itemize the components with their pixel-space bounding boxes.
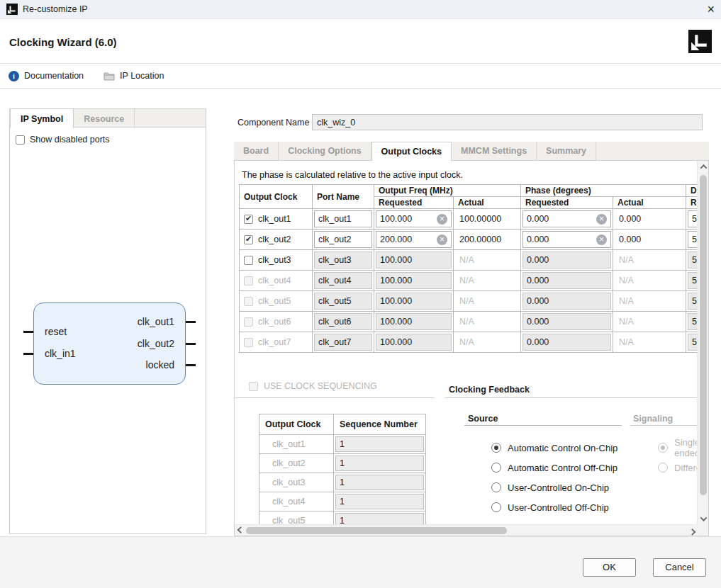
clk-out4-port-name-input: clk_out4 (314, 272, 372, 289)
clk-out4-phase-actual: N/A (613, 276, 686, 285)
tab-ip-symbol[interactable]: IP Symbol (10, 108, 74, 128)
clk-out6-checkbox (244, 317, 253, 327)
horizontal-scrollbar-thumb[interactable] (246, 527, 507, 534)
table-row: clk_out2 clk_out2 200.000× 200.00000 0.0… (240, 230, 698, 250)
port-label-clk-out1: clk_out1 (138, 316, 174, 327)
clk-out2-duty-requested-input[interactable]: 50.000 (688, 231, 698, 248)
tab-clocking-options[interactable]: Clocking Options (279, 142, 371, 160)
clear-icon[interactable]: × (437, 214, 447, 225)
use-clock-sequencing-label: USE CLOCK SEQUENCING (264, 381, 377, 391)
ip-location-button[interactable]: IP Location (104, 71, 164, 81)
component-name-label: Component Name (237, 118, 309, 128)
clk-out3-checkbox[interactable] (244, 256, 253, 265)
documentation-button[interactable]: i Documentation (9, 71, 84, 81)
documentation-label: Documentation (24, 71, 84, 81)
show-disabled-ports-checkbox[interactable] (16, 135, 25, 145)
tab-mmcm-settings[interactable]: MMCM Settings (452, 142, 537, 160)
clk-out6-freq-requested-input: 100.000 (376, 313, 452, 330)
table-row: clk_out3 clk_out3 100.000 N/A 0.000 N/A … (240, 250, 698, 271)
seq-clk-out1-input: 1 (335, 436, 424, 452)
clk-out3-freq-actual: N/A (454, 255, 520, 265)
info-icon: i (9, 71, 19, 81)
tab-summary[interactable]: Summary (537, 142, 596, 160)
output-clocks-table: Output Clock Port Name Output Freq (MHz)… (239, 184, 698, 353)
clk-out6-duty-requested-input: 50.000 (688, 313, 698, 330)
clk-out7-duty-requested-input: 50.000 (688, 334, 698, 351)
clocking-feedback-title: Clocking Feedback (449, 385, 530, 395)
phase-note: The phase is calculated relative to the … (242, 170, 463, 180)
horizontal-scrollbar[interactable] (235, 524, 698, 536)
clk-out1-port-name-input[interactable]: clk_out1 (314, 210, 372, 227)
scroll-down-icon[interactable] (698, 513, 709, 524)
seq-clk-out4-label: clk_out4 (259, 497, 333, 507)
seq-clk-out3-input: 1 (335, 475, 424, 490)
source-title: Source (468, 414, 498, 424)
port-label-clk-out2: clk_out2 (138, 338, 174, 349)
vertical-scrollbar[interactable] (697, 161, 708, 524)
radio-icon (658, 463, 668, 473)
table-row: clk_out2 1 (259, 454, 426, 473)
divider (630, 425, 698, 426)
clear-icon[interactable]: × (596, 234, 607, 245)
clk-out5-port-name-input: clk_out5 (314, 293, 372, 310)
port-label-locked: locked (146, 359, 174, 371)
radio-automatic-control-off-chip[interactable]: Automatic Control Off-Chip (491, 461, 617, 474)
clk-out7-label: clk_out7 (258, 337, 291, 347)
show-disabled-ports-row: Show disabled ports (16, 135, 110, 145)
seq-clk-out3-label: clk_out3 (259, 477, 333, 487)
clk-out2-freq-requested-input[interactable]: 200.000× (376, 231, 452, 248)
table-row: clk_out3 1 (259, 473, 426, 492)
scroll-right-icon[interactable] (686, 525, 698, 536)
seq-clk-out4-input: 1 (335, 494, 424, 509)
clk-out7-phase-actual: N/A (613, 337, 686, 347)
close-icon[interactable]: × (707, 4, 715, 15)
clk-out1-phase-requested-input[interactable]: 0.000× (522, 210, 611, 227)
clk-out7-checkbox (244, 338, 253, 347)
cancel-button[interactable]: Cancel (653, 558, 706, 577)
tab-output-clocks[interactable]: Output Clocks (371, 142, 452, 161)
clk-out4-freq-requested-input: 100.000 (376, 272, 452, 289)
clk-out2-port-name-input[interactable]: clk_out2 (314, 231, 372, 248)
clk-out4-checkbox (244, 276, 253, 285)
divider (445, 397, 698, 398)
clk-out2-label: clk_out2 (258, 234, 291, 244)
col-output-freq: Output Freq (MHz) (374, 185, 521, 197)
table-row: clk_out4 1 (259, 492, 426, 511)
radio-user-controlled-off-chip[interactable]: User-Controlled Off-Chip (491, 501, 609, 514)
radio-single-ended: Single-ended (658, 441, 698, 454)
divider (235, 397, 435, 398)
port-stub-reset (23, 331, 33, 333)
clk-out1-checkbox[interactable] (244, 215, 253, 224)
clk-out2-phase-requested-input[interactable]: 0.000× (522, 231, 611, 248)
vertical-scrollbar-thumb[interactable] (700, 175, 707, 495)
radio-user-controlled-on-chip[interactable]: User-Controlled On-Chip (491, 481, 609, 494)
wizard-title: Clocking Wizard (6.0) (9, 36, 117, 48)
radio-automatic-control-on-chip[interactable]: Automatic Control On-Chip (491, 441, 617, 454)
xilinx-logo-icon (688, 30, 712, 53)
clk-out7-freq-requested-input: 100.000 (376, 334, 452, 351)
clear-icon[interactable]: × (437, 234, 447, 245)
clk-out5-phase-requested-input: 0.000 (522, 293, 611, 310)
tab-board[interactable]: Board (234, 142, 279, 160)
clk-out1-freq-requested-input[interactable]: 100.000× (376, 210, 452, 227)
ip-symbol-diagram: reset clk_in1 clk_out1 clk_out2 locked (33, 303, 186, 385)
tab-resource[interactable]: Resource (74, 109, 135, 128)
scroll-left-icon[interactable] (235, 525, 246, 536)
radio-icon (491, 482, 501, 492)
component-name-input[interactable]: clk_wiz_0 (312, 114, 703, 130)
clk-out6-phase-requested-input: 0.000 (522, 313, 611, 330)
dialog-body: IP Symbol Resource Show disabled ports r… (0, 89, 721, 536)
clear-icon[interactable]: × (596, 214, 607, 225)
ok-button[interactable]: OK (583, 558, 636, 577)
clk-out1-duty-requested-input[interactable]: 50.000 (688, 210, 698, 227)
col-freq-requested: Requested (374, 197, 454, 209)
clk-out2-checkbox[interactable] (244, 235, 253, 244)
clk-out2-freq-actual: 200.00000 (454, 234, 520, 244)
folder-icon (104, 72, 115, 81)
scroll-up-icon[interactable] (698, 161, 709, 172)
clk-out3-port-name-input: clk_out3 (314, 251, 372, 268)
col-phase: Phase (degrees) (521, 185, 686, 197)
col-output-clock: Output Clock (240, 185, 313, 209)
show-disabled-ports-label: Show disabled ports (30, 135, 110, 145)
clk-out3-freq-requested-input: 100.000 (376, 251, 452, 268)
